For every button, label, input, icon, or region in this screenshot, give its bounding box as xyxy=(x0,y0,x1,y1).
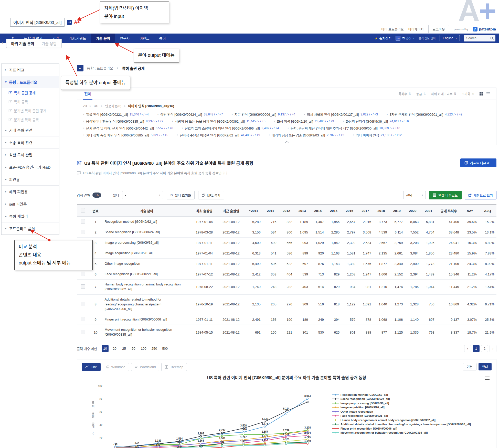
subcategory-item[interactable]: •신호와 그의 조합에서의 패턴 인식 [G06K9/00496_all]3,4… xyxy=(182,125,279,132)
subcategory-item[interactable]: •사람의 몸 또는 동물 몸체 인식 [G06K9/00362_all]11,4… xyxy=(172,118,265,125)
my-page-link[interactable]: 마이페이지 xyxy=(408,27,424,31)
legend-item[interactable]: Image acquisition [G06K9/20_all] xyxy=(332,406,471,409)
legend-item[interactable]: Recognition method [G06K9/62_all] xyxy=(332,393,471,396)
legend-item[interactable]: Additional details related to method for… xyxy=(332,423,471,426)
tech-field-name[interactable]: Image preprocessing [G06K9/36_all] xyxy=(102,238,191,248)
column-header[interactable]: 2019 xyxy=(389,205,405,217)
subcategory-item[interactable]: •지문 인식 [G06K9/00006_all]9,137 / - / +4 xyxy=(231,111,295,118)
collapse-card-button[interactable] xyxy=(77,141,496,145)
sort-control[interactable]: 하위 카테고리수⇅ xyxy=(431,91,456,96)
report-download-button[interactable]: 리포트 다운로드 xyxy=(460,158,496,167)
subcategory-item[interactable]: •3차원 객체의 인식 [G06K9/00201_all]4,323 / - /… xyxy=(387,111,462,118)
legend-item[interactable]: Other image recognition xyxy=(332,410,471,413)
line-chart[interactable]: 02k4k6k8k10k2011201220132014201520162017… xyxy=(88,381,329,448)
nav-item[interactable]: 기술:키워드 xyxy=(64,34,91,43)
row-checkbox[interactable] xyxy=(81,330,85,334)
column-header[interactable]: 2015 xyxy=(326,205,342,217)
legend-item[interactable]: Movement recognition or behavior recogni… xyxy=(332,431,471,434)
sidebar-item[interactable]: ▸지표 비교 xyxy=(2,64,59,76)
column-header[interactable]: 2013 xyxy=(294,205,310,217)
nav-item[interactable]: 이벤트 xyxy=(135,34,154,43)
limit-option[interactable]: 10 xyxy=(102,345,109,352)
page-button[interactable]: 1 xyxy=(473,345,480,352)
subcategory-item[interactable]: •전자적 수단을 이용한 인식 [G06K9/62_all]41,406 / -… xyxy=(177,132,260,138)
sidebar-item[interactable]: ▸거래 특허 관련 xyxy=(2,124,59,136)
sidebar-item[interactable]: ▸포트폴리오 품질 xyxy=(2,222,59,234)
breadcrumb-parent[interactable]: 동향 : 포트폴리오 xyxy=(87,66,113,71)
tech-field-name[interactable]: Recognition method [G06K9/62_all] xyxy=(102,217,191,227)
sidebar-subitem[interactable]: 특허 등록 xyxy=(2,97,59,106)
subcategory-item[interactable]: •미세 사물의 인식 [G06K9/00127_all]3,022 / - / … xyxy=(304,111,378,118)
subcategory-item[interactable]: •문서 분석 및 이해; 문서 인식 [G06K9/00442_all]6,55… xyxy=(83,125,173,132)
filter-reset-button[interactable]: ↻ 필터 초기화 xyxy=(167,191,195,199)
brand-logo[interactable]: p patentpia xyxy=(473,27,496,31)
tech-field-name[interactable]: Scene recognition [G06K9/00624_all] xyxy=(102,227,191,238)
legend-item[interactable]: Scene recognition [G06K9/00624_all] xyxy=(332,397,471,400)
column-header[interactable]: 번호 xyxy=(89,205,102,217)
sidebar-collapse-button[interactable]: « xyxy=(77,65,83,71)
limit-option[interactable]: 50 xyxy=(130,345,137,352)
url-copy-button[interactable]: URL 복사 xyxy=(198,191,224,199)
nav-item[interactable]: 연구자 xyxy=(115,34,135,43)
tab-sub-tech-field[interactable]: 하위 기술 분야 xyxy=(11,41,34,46)
sidebar-item[interactable]: ▸심판 특허 관련 xyxy=(2,148,59,161)
tech-field-name[interactable]: Additional details related to method for… xyxy=(102,294,191,314)
nav-item[interactable]: 기술:분야 xyxy=(91,34,115,43)
limit-option[interactable]: 25 xyxy=(121,345,128,352)
ui-language-select[interactable]: US 한국어 ▾ xyxy=(396,36,414,41)
chart-mode-windrose[interactable]: Windrose xyxy=(103,363,129,371)
path-item[interactable]: 인공지능(8) xyxy=(105,103,121,108)
path-item[interactable]: US xyxy=(94,104,98,108)
sidebar-item[interactable]: ▸피인용 xyxy=(2,173,59,185)
row-checkbox[interactable] xyxy=(81,219,85,223)
row-checkbox[interactable] xyxy=(81,272,85,276)
search-box[interactable] xyxy=(464,35,495,41)
tech-field-name[interactable]: Finger print recognition [G06K9/00006_al… xyxy=(102,314,191,325)
column-header[interactable]: 2021 xyxy=(421,205,437,217)
sidebar-item[interactable]: ▾동향 : 포트폴리오 xyxy=(2,76,59,88)
subcategory-item[interactable]: •문자, 손글씨 패턴 인식에 대한 추가적 세부 [G06K2009/00_a… xyxy=(288,125,400,132)
sidebar-item[interactable]: ▸self 피인용 xyxy=(2,198,59,210)
column-header[interactable]: 공개 특허수 xyxy=(437,205,461,217)
column-header[interactable]: ~2011 xyxy=(245,205,263,217)
column-header[interactable]: Δ2Q xyxy=(479,205,496,217)
subcategory-item[interactable]: •에러의 정정 또는 검출 [G06K9/03_all]2,782 / - / … xyxy=(269,132,344,138)
limit-option[interactable]: 100 xyxy=(140,345,148,352)
chart-mode-treemap[interactable]: Treemap xyxy=(161,363,187,371)
sidebar-item[interactable]: ▸특허 패밀리 xyxy=(2,210,59,222)
row-checkbox[interactable] xyxy=(81,302,85,306)
prev-page-button[interactable]: ‹ xyxy=(464,345,471,352)
row-checkbox[interactable] xyxy=(81,317,85,321)
limit-option[interactable]: 250 xyxy=(150,345,158,352)
column-header[interactable]: 최초 출원일 xyxy=(191,205,218,217)
grid-view-icon[interactable] xyxy=(479,92,483,96)
column-header[interactable]: 2014 xyxy=(310,205,326,217)
limit-option[interactable]: 500 xyxy=(161,345,169,352)
sidebar-subitem[interactable]: 분기별 특허 출원 공개 xyxy=(2,106,59,115)
sidebar-item[interactable]: ▸소송 특허 관련 xyxy=(2,136,59,148)
sidebar-subitem[interactable]: 분기별 특허 등록 xyxy=(2,115,59,124)
chart-menu-icon[interactable] xyxy=(485,376,490,381)
sidebar-subitem[interactable]: 특허 출원 공개 xyxy=(2,88,59,97)
input-item-label[interactable]: 이미지 인식 [G06K9/00_all] xyxy=(10,18,65,27)
sort-control[interactable]: 특허수⇅ xyxy=(398,91,411,96)
data-language-select[interactable]: English ▾ xyxy=(440,35,460,41)
chart-mode-line[interactable]: Line xyxy=(82,363,101,371)
chart-default-button[interactable]: 기본 xyxy=(463,363,476,370)
legend-item[interactable]: Human body recognition or animal body re… xyxy=(332,419,471,422)
sidebar-item[interactable]: ▸해외 피인용 xyxy=(2,185,59,198)
list-view-icon[interactable] xyxy=(486,92,490,95)
subcategory-item[interactable]: •얼굴 인식 [G06K9/00221_all]15,346 / - / +4 xyxy=(83,111,149,118)
column-header[interactable]: 2011 xyxy=(263,205,279,217)
column-header[interactable]: 2018 xyxy=(373,205,389,217)
subcategory-item[interactable]: •기타 이미지 인식21,106 / - / +12 xyxy=(353,132,402,138)
reset-control[interactable]: 초기화↻ xyxy=(461,91,474,96)
subcategory-item[interactable]: •기타 생체 측정 패턴 인식 [G06K9/00885_all]5,321 /… xyxy=(83,132,168,138)
legend-item[interactable]: Finger print recognition [G06K9/00006_al… xyxy=(332,427,471,430)
legend-item[interactable]: Image preprocessing [G06K9/36_all] xyxy=(332,402,471,405)
tech-field-name[interactable]: Movement recognition or behavior recogni… xyxy=(102,325,191,340)
tech-field-name[interactable]: Face recognition [G06K9/00221_all] xyxy=(102,269,191,280)
column-header[interactable]: 2020 xyxy=(405,205,421,217)
tech-field-name[interactable]: Image acquisition [G06K9/20_all] xyxy=(102,248,191,259)
subcategory-item[interactable]: •장면 인식 [G06K9/00624_all]38,648 / - / +7 xyxy=(157,111,223,118)
